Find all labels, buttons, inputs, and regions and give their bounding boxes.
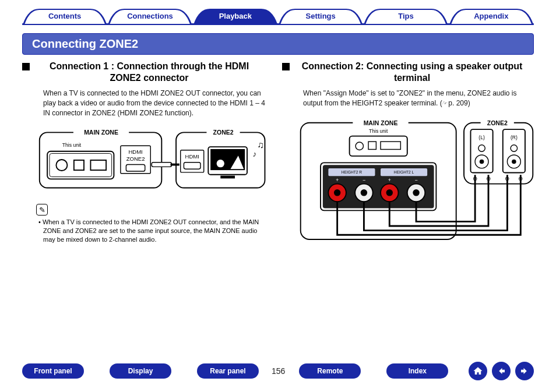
remote-button[interactable]: Remote: [299, 363, 361, 379]
content-columns: Connection 1 : Connection through the HD…: [22, 61, 534, 245]
svg-point-48: [386, 189, 393, 196]
connection-1-heading: Connection 1 : Connection through the HD…: [22, 61, 276, 84]
page-ref-link[interactable]: p. 209: [448, 99, 467, 107]
svg-rect-4: [47, 151, 114, 179]
section-title: Connecting ZONE2: [22, 33, 534, 55]
display-button[interactable]: Display: [110, 363, 171, 379]
svg-rect-29: [350, 136, 407, 156]
front-panel-button[interactable]: Front panel: [22, 363, 84, 379]
connection-2-body-text: When "Assign Mode" is set to "ZONE2" in …: [303, 89, 517, 107]
connection-2-body: When "Assign Mode" is set to "ZONE2" in …: [282, 89, 542, 109]
svg-text:−: −: [363, 176, 365, 182]
diagram-connection-1: MAIN ZONE ZONE2 This unit HDMI ZONE2: [37, 123, 270, 198]
top-nav: Contents Connections Playback Settings T…: [22, 8, 534, 24]
bottom-nav: Front panel Display Rear panel 156 Remot…: [22, 362, 534, 380]
svg-rect-22: [220, 176, 235, 179]
svg-text:(R): (R): [511, 135, 518, 140]
arrow-right-icon[interactable]: [515, 362, 534, 380]
svg-rect-13: [152, 163, 171, 167]
svg-text:♪: ♪: [253, 150, 257, 159]
diagram-connection-2: MAIN ZONE ZONE2 This unit HEIGHT2 R HEIG…: [297, 115, 536, 245]
svg-text:HDMI: HDMI: [185, 153, 199, 160]
tab-label: Contents: [48, 12, 81, 20]
svg-point-50: [413, 189, 419, 196]
index-button[interactable]: Index: [386, 363, 448, 379]
zone2-label: ZONE2: [213, 130, 234, 136]
tab-label: Tips: [398, 12, 414, 20]
svg-point-62: [512, 159, 516, 164]
page-number: 156: [272, 366, 285, 376]
page-ref-icon: ☞: [442, 100, 446, 108]
svg-text:(L): (L): [478, 135, 485, 140]
main-zone-label-2: MAIN ZONE: [364, 119, 398, 126]
column-connection-1: Connection 1 : Connection through the HD…: [22, 61, 276, 245]
svg-text:ZONE2: ZONE2: [126, 156, 145, 162]
svg-text:−: −: [415, 176, 418, 182]
connection-1-body: When a TV is connected to the HDMI ZONE2…: [22, 89, 276, 118]
svg-text:HEIGHT2 R: HEIGHT2 R: [342, 170, 363, 174]
home-icon[interactable]: [469, 362, 487, 380]
main-zone-label: MAIN ZONE: [84, 130, 118, 136]
tab-label: Playback: [219, 12, 252, 20]
svg-point-46: [361, 189, 367, 196]
tab-settings[interactable]: Settings: [278, 8, 363, 24]
svg-point-44: [334, 189, 340, 196]
tab-contents[interactable]: Contents: [22, 8, 107, 24]
this-unit-label: This unit: [62, 142, 82, 148]
column-connection-2: Connection 2: Connecting using a speaker…: [282, 61, 542, 245]
tab-appendix[interactable]: Appendix: [449, 8, 534, 24]
tab-tips[interactable]: Tips: [363, 8, 448, 24]
tab-playback[interactable]: Playback: [193, 8, 278, 24]
svg-text:HDMI: HDMI: [128, 149, 142, 156]
svg-text:HEIGHT2 L: HEIGHT2 L: [394, 170, 414, 174]
connection-2-heading: Connection 2: Connecting using a speaker…: [282, 61, 542, 84]
svg-text:+: +: [336, 176, 339, 182]
tab-label: Settings: [306, 12, 336, 20]
zone2-label-2: ZONE2: [487, 119, 508, 126]
tab-label: Connections: [127, 12, 173, 20]
connection-1-note: When a TV is connected to the HDMI ZONE2…: [27, 217, 276, 244]
pencil-icon: ✎: [36, 204, 48, 216]
svg-point-20: [217, 160, 224, 167]
connection-2-body-suffix: ): [468, 99, 470, 107]
speaker-right: (R) ⊖ ⊕: [503, 129, 525, 182]
svg-text:+: +: [388, 176, 391, 182]
arrow-left-icon[interactable]: [492, 362, 511, 380]
tab-label: Appendix: [474, 12, 508, 20]
speaker-left: (L) ⊖ ⊕: [470, 129, 492, 182]
binding-post: [328, 183, 346, 202]
svg-rect-14: [171, 164, 180, 166]
this-unit-label-2: This unit: [369, 128, 388, 133]
svg-text:♫: ♫: [257, 140, 263, 150]
rear-panel-button[interactable]: Rear panel: [197, 363, 259, 379]
tab-connections[interactable]: Connections: [107, 8, 192, 24]
svg-point-55: [480, 159, 484, 164]
